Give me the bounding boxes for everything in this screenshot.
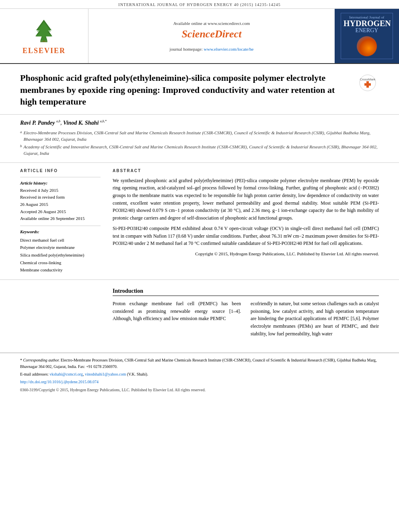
badge-line3: ENERGY <box>343 27 390 34</box>
available-date: Available online 26 September 2015 <box>20 215 101 222</box>
affiliation-block: a Electro-Membrane Processes Division, C… <box>20 129 379 157</box>
affil-b-text: Academy of Scientific and Innovative Res… <box>24 144 379 157</box>
authors-line: Ravi P. Pandey a,b, Vinod K. Shahi a,b,* <box>20 119 379 126</box>
email-link-2[interactable]: vinodshahi1@yahoo.com <box>85 372 126 376</box>
abstract-para-1: We synthesized phosphonic acid grafted p… <box>113 177 379 222</box>
keywords-title: Keywords: <box>20 229 101 234</box>
badge-line2: HYDROGEN <box>343 19 390 27</box>
intro-right-col: Introduction Proton exchange membrane fu… <box>113 288 379 341</box>
intro-col-2: ecofriendly in nature, but some serious … <box>251 300 379 341</box>
intro-col-1: Proton exchange membrane fuel cell (PEMF… <box>113 300 241 341</box>
article-title-section: Phosphonic acid grafted poly(ethyleneimi… <box>0 64 399 115</box>
elsevier-logo-block: ELSEVIER <box>0 9 88 63</box>
revised-label: Received in revised form <box>20 194 101 201</box>
issn-line: 0360-3199/Copyright © 2015, Hydrogen Ene… <box>20 388 379 392</box>
keyword-1: Direct methanol fuel cell <box>20 236 101 244</box>
svg-marker-3 <box>36 22 52 41</box>
abstract-label: ABSTRACT <box>113 168 379 173</box>
email-link-1[interactable]: vkshahi@csmcri.org <box>49 372 83 376</box>
intro-text-block: Proton exchange membrane fuel cell (PEMF… <box>113 300 379 341</box>
journal-homepage-text: journal homepage: www.elsevier.com/locat… <box>170 47 254 51</box>
keyword-4: Chemical cross-linking <box>20 259 101 267</box>
accepted-date: Accepted 26 August 2015 <box>20 208 101 216</box>
journal-header: ELSEVIER Available online at www.science… <box>0 9 399 64</box>
author-2-affil: a,b,* <box>100 119 107 123</box>
intro-two-col: Proton exchange membrane fuel cell (PEMF… <box>113 300 379 341</box>
abstract-para-2: Si-PEI-PO3H2/40 composite PEM exhibited … <box>113 225 379 247</box>
article-main-title: Phosphonic acid grafted poly(ethyleneimi… <box>20 72 351 108</box>
doi-link[interactable]: http://dx.doi.org/10.1016/j.ijhydene.201… <box>20 380 99 384</box>
article-info-col: ARTICLE INFO Article history: Received 4… <box>20 168 101 274</box>
doi-line: http://dx.doi.org/10.1016/j.ijhydene.201… <box>20 379 379 385</box>
introduction-heading: Introduction <box>113 288 379 296</box>
introduction-section: Introduction Proton exchange membrane fu… <box>0 280 399 341</box>
author-1-affil: a,b <box>56 119 60 123</box>
affil-a-text: Electro-Membrane Processes Division, CSI… <box>24 129 379 143</box>
article-info-label: ARTICLE INFO <box>20 168 101 173</box>
elsevier-wordmark: ELSEVIER <box>23 47 66 55</box>
revised-date: 26 August 2015 <box>20 201 101 208</box>
keyword-2: Polymer electrolyte membrane <box>20 244 101 251</box>
email-addresses: E-mail addresses: vkshahi@csmcri.org, vi… <box>20 371 379 378</box>
available-online-text: Available online at www.sciencedirect.co… <box>173 21 250 26</box>
received-date: Received 4 July 2015 <box>20 187 101 194</box>
journal-banner: INTERNATIONAL JOURNAL OF HYDROGEN ENERGY… <box>0 0 399 9</box>
keywords-block: Keywords: Direct methanol fuel cell Poly… <box>20 226 101 274</box>
author-2: Vinod K. Shahi <box>63 120 99 126</box>
affil-a: a Electro-Membrane Processes Division, C… <box>20 129 379 143</box>
crossmark-block: CrossMark <box>359 72 379 108</box>
elsevier-tree-icon <box>30 17 58 45</box>
journal-badge: International Journal of HYDROGEN ENERGY <box>341 13 393 59</box>
journal-homepage-link[interactable]: www.elsevier.com/locate/he <box>204 47 254 51</box>
affil-b: b Academy of Scientific and Innovative R… <box>20 144 379 157</box>
svg-rect-7 <box>364 83 371 86</box>
intro-left-col <box>20 288 101 341</box>
intro-para-1: Proton exchange membrane fuel cell (PEMF… <box>113 300 241 322</box>
corresponding-author-note: * Corresponding author. Electro-Membrane… <box>20 357 379 370</box>
abstract-col: ABSTRACT We synthesized phosphonic acid … <box>113 168 379 274</box>
intro-para-2: ecofriendly in nature, but some serious … <box>251 300 379 337</box>
authors-section: Ravi P. Pandey a,b, Vinod K. Shahi a,b,*… <box>0 115 399 163</box>
svg-text:CrossMark: CrossMark <box>360 78 376 81</box>
header-center-block: Available online at www.sciencedirect.co… <box>88 9 335 63</box>
keyword-3: Silica modified poly(ethyleneimine) <box>20 251 101 259</box>
article-info-abstract-section: ARTICLE INFO Article history: Received 4… <box>0 163 399 280</box>
article-title-block: Phosphonic acid grafted poly(ethyleneimi… <box>20 72 351 108</box>
abstract-text: We synthesized phosphonic acid grafted p… <box>113 177 379 257</box>
abstract-copyright: Copyright © 2015, Hydrogen Energy Public… <box>113 251 379 257</box>
history-title: Article history: <box>20 181 101 185</box>
journal-badge-block: International Journal of HYDROGEN ENERGY <box>335 9 399 63</box>
sciencedirect-logo: ScienceDirect <box>182 28 242 40</box>
journal-banner-text: INTERNATIONAL JOURNAL OF HYDROGEN ENERGY… <box>118 2 280 7</box>
author-1: Ravi P. Pandey <box>20 120 55 126</box>
article-history-block: Article history: Received 4 July 2015 Re… <box>20 177 101 222</box>
footnote-area: * Corresponding author. Electro-Membrane… <box>0 353 399 396</box>
corresponding-label: Corresponding author. <box>23 358 60 362</box>
keyword-5: Membrane conductivity <box>20 266 101 274</box>
crossmark-icon: CrossMark <box>359 74 377 92</box>
elsevier-logo: ELSEVIER <box>23 17 66 55</box>
